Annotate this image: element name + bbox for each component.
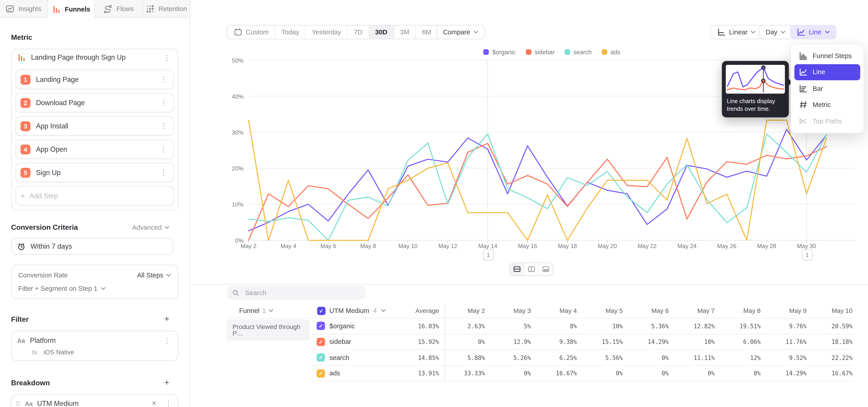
- step-kebab-icon[interactable]: ⋮: [158, 169, 169, 176]
- conversion-rate-dropdown[interactable]: All Steps: [137, 271, 171, 279]
- series-checkbox[interactable]: ✓: [317, 353, 325, 362]
- range-yesterday[interactable]: Yesterday: [306, 26, 348, 39]
- funnel-step-2[interactable]: 2 Download Page ⋮: [16, 93, 174, 113]
- add-filter-button[interactable]: +: [164, 314, 178, 324]
- range-6m[interactable]: 6M: [416, 26, 438, 39]
- value-cell: 9.76%: [761, 323, 807, 329]
- search-input[interactable]: [244, 288, 360, 297]
- column-header-may-9[interactable]: May 9: [761, 307, 807, 314]
- value-cell: 2.63%: [439, 323, 485, 329]
- table-row-sidebar[interactable]: ✓ sidebar15.92%0%12.9%9.38%15.15%14.29%1…: [309, 334, 852, 350]
- conversion-window-button[interactable]: Within 7 days: [11, 238, 174, 255]
- filter-kebab-icon[interactable]: ⋮: [162, 337, 172, 344]
- conversion-settings-card: Conversion Rate All Steps Filter + Segme…: [11, 265, 178, 299]
- breakdown-property[interactable]: UTM Medium: [37, 400, 145, 407]
- remove-breakdown-icon[interactable]: ✕: [149, 400, 159, 407]
- compare-button[interactable]: Compare: [436, 25, 485, 39]
- tab-funnels[interactable]: Funnels: [48, 0, 95, 18]
- funnel-step-3[interactable]: 3 App Install ⋮: [16, 116, 174, 136]
- step-kebab-icon[interactable]: ⋮: [158, 146, 169, 153]
- range-7d[interactable]: 7D: [348, 26, 369, 39]
- value-cell: 10%: [669, 339, 715, 345]
- metric-kebab-icon[interactable]: ⋮: [162, 54, 172, 61]
- breakdown-kebab-icon[interactable]: ⋮: [163, 400, 174, 407]
- layout-toggle-3[interactable]: [539, 263, 553, 275]
- x-axis-label: May 20: [592, 243, 623, 249]
- scale-dropdown[interactable]: Linear: [710, 25, 763, 39]
- column-header-may-4[interactable]: May 4: [531, 307, 577, 314]
- conversion-criteria-heading: Conversion Criteria: [11, 223, 78, 231]
- menu-item-metric[interactable]: Metric: [794, 97, 860, 113]
- series-checkbox[interactable]: ✓: [317, 322, 325, 330]
- filter-property[interactable]: Platform: [30, 337, 157, 344]
- tab-retention[interactable]: Retention: [143, 0, 191, 18]
- granularity-dropdown[interactable]: Day: [759, 25, 793, 39]
- layout-toggle-2[interactable]: [524, 263, 539, 275]
- menu-item-funnel-steps[interactable]: Funnel Steps: [794, 48, 860, 64]
- annotation-badge[interactable]: 1: [483, 249, 494, 260]
- metric-icon: [799, 100, 808, 109]
- funnel-name-cell[interactable]: Product Viewed through P…: [227, 319, 309, 341]
- drag-handle-icon[interactable]: ☰: [16, 401, 21, 407]
- filter-segment-dropdown[interactable]: Filter + Segment on Step 1: [18, 282, 171, 295]
- step-kebab-icon[interactable]: ⋮: [158, 99, 169, 106]
- column-header-may-10[interactable]: May 10: [807, 307, 852, 314]
- value-cell: 12.9%: [485, 339, 531, 345]
- menu-item-line[interactable]: Line: [794, 64, 860, 80]
- funnel-column-header[interactable]: Funnel 1: [227, 307, 310, 315]
- insights-icon: [6, 4, 14, 13]
- filter-value[interactable]: iOS Native: [43, 349, 74, 355]
- funnel-step-4[interactable]: 4 App Open ⋮: [16, 139, 174, 159]
- x-axis-label: May 10: [393, 243, 423, 249]
- range-custom[interactable]: Custom: [228, 26, 275, 39]
- table-row-search[interactable]: ✓ search14.85%5.88%5.26%6.25%5.56%0%11.1…: [309, 350, 852, 366]
- filter-operator[interactable]: Is: [32, 349, 37, 355]
- calendar-icon: [234, 28, 242, 36]
- range-3m[interactable]: 3M: [394, 26, 416, 39]
- range-today[interactable]: Today: [275, 26, 306, 39]
- chevron-down-icon: [164, 226, 169, 229]
- column-header-may-3[interactable]: May 3: [485, 307, 531, 314]
- layout-toggle-group: [509, 262, 553, 276]
- column-header-may-5[interactable]: May 5: [577, 307, 623, 314]
- chevron-down-icon: [751, 31, 756, 34]
- x-axis-label: May 12: [432, 243, 463, 249]
- add-breakdown-button[interactable]: +: [164, 378, 178, 387]
- plus-icon: +: [21, 191, 25, 200]
- column-header-may-2[interactable]: May 2: [439, 307, 485, 314]
- series-checkbox[interactable]: ✓: [317, 369, 325, 378]
- linear-scale-icon: [717, 28, 725, 36]
- chart-type-dropdown[interactable]: Line: [790, 25, 836, 39]
- clock-icon: [17, 242, 26, 251]
- chevron-down-icon: [269, 309, 274, 312]
- funnel-step-5[interactable]: 5 Sign Up ⋮: [16, 163, 174, 182]
- annotation-badge[interactable]: 1: [802, 249, 812, 260]
- range-30d[interactable]: 30D: [369, 26, 394, 39]
- value-cell: 16.67%: [531, 370, 577, 377]
- add-step-button[interactable]: + Add Step: [16, 186, 174, 206]
- step-number-badge: 3: [21, 121, 31, 131]
- value-cell: 15.15%: [577, 339, 623, 345]
- column-header-may-8[interactable]: May 8: [715, 307, 761, 314]
- step-kebab-icon[interactable]: ⋮: [158, 122, 169, 130]
- breakdown-column-header[interactable]: ✓ UTM Medium 4: [310, 307, 393, 315]
- table-row-organic[interactable]: ✓ $organic16.03%2.63%5%8%10%5.36%12.82%1…: [309, 318, 852, 334]
- layout-toggle-1[interactable]: [510, 263, 524, 275]
- table-row-ads[interactable]: ✓ ads13.91%33.33%0%16.67%0%0%0%0%14.29%1…: [309, 366, 852, 382]
- chevron-down-icon: [166, 274, 171, 277]
- tab-flows[interactable]: Flows: [95, 0, 143, 18]
- tab-insights[interactable]: Insights: [0, 0, 48, 18]
- series-checkbox[interactable]: ✓: [317, 338, 325, 346]
- x-axis-label: May 30: [791, 243, 822, 249]
- x-axis-label: May 2: [233, 243, 264, 249]
- column-header-may-7[interactable]: May 7: [669, 307, 715, 314]
- select-all-checkbox[interactable]: ✓: [317, 307, 326, 315]
- menu-item-bar[interactable]: Bar: [794, 80, 860, 97]
- column-header-average[interactable]: Average: [393, 307, 439, 314]
- metric-title: Landing Page through Sign Up: [31, 54, 157, 62]
- advanced-dropdown[interactable]: Advanced: [132, 223, 178, 231]
- funnel-step-1[interactable]: 1 Landing Page ⋮: [16, 70, 174, 89]
- value-cell: 5.36%: [623, 323, 669, 329]
- step-kebab-icon[interactable]: ⋮: [158, 76, 169, 83]
- column-header-may-6[interactable]: May 6: [623, 307, 669, 314]
